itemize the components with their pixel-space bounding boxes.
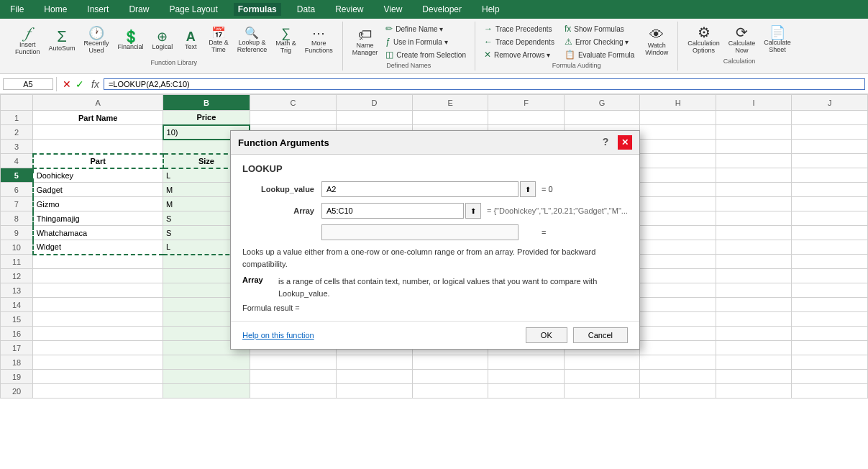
watch-window-button[interactable]: 👁 WatchWindow [641,23,672,60]
dialog-arg-input-array[interactable] [321,203,464,219]
cell-A4[interactable]: Part [33,154,163,168]
cancel-formula-icon[interactable]: ✕ [63,78,71,90]
cell-E1[interactable] [412,111,488,125]
cell-I7[interactable] [716,197,792,211]
remove-arrows-button[interactable]: ✕ Remove Arrows ▾ [481,49,557,60]
cell-A7[interactable]: Gizmo [33,197,163,211]
calculation-options-button[interactable]: ⚙ CalculationOptions [684,23,723,56]
cell-I10[interactable] [716,240,792,255]
menu-review[interactable]: Review [331,3,367,16]
cell-F1[interactable] [488,111,565,125]
cell-A6[interactable]: Gadget [33,183,163,197]
trace-dependents-button[interactable]: ← Trace Dependents [481,36,557,47]
more-functions-button[interactable]: ⋯ MoreFunctions [301,24,337,56]
menu-formulas[interactable]: Formulas [234,3,281,16]
col-header-C[interactable]: C [250,95,337,111]
menu-view[interactable]: View [380,3,407,16]
menu-home[interactable]: Home [40,3,71,16]
cell-G1[interactable] [564,111,640,125]
menu-draw[interactable]: Draw [124,3,153,16]
col-header-G[interactable]: G [564,95,640,111]
col-header-E[interactable]: E [412,95,488,111]
cell-A2[interactable] [33,125,163,140]
cell-H4[interactable] [640,154,716,168]
evaluate-formula-button[interactable]: 📋 Evaluate Formula [562,49,637,60]
menu-insert[interactable]: Insert [83,3,113,16]
cell-I1[interactable] [716,111,792,125]
lookup-reference-button[interactable]: 🔍 Lookup &Reference [234,25,271,55]
show-formulas-button[interactable]: fx Show Formulas [562,23,637,35]
menu-developer[interactable]: Developer [418,3,466,16]
col-header-F[interactable]: F [488,95,565,111]
define-name-button[interactable]: ✏ Define Name ▾ [383,23,469,35]
cell-H8[interactable] [640,211,716,226]
cell-A8[interactable]: Thingamajig [33,211,163,226]
menu-file[interactable]: File [6,3,28,16]
cell-H10[interactable] [640,240,716,255]
cell-J7[interactable] [792,197,868,211]
autosum-button[interactable]: Σ AutoSum [45,27,79,54]
cell-D1[interactable] [337,111,413,125]
dialog-cancel-button[interactable]: Cancel [573,327,628,343]
col-header-D[interactable]: D [337,95,413,111]
cell-H2[interactable] [640,125,716,140]
cell-A5[interactable]: Doohickey [33,168,163,183]
dialog-arg-input-empty[interactable] [321,224,518,240]
dialog-help-icon-btn[interactable]: ? [599,135,612,148]
cell-H1[interactable] [640,111,716,125]
col-header-J[interactable]: J [792,95,868,111]
menu-data[interactable]: Data [293,3,319,16]
cell-J5[interactable] [792,168,868,183]
cell-I3[interactable] [716,140,792,154]
cell-J6[interactable] [792,183,868,197]
cell-A9[interactable]: Whatchamaca [33,226,163,240]
cell-reference-box[interactable] [3,78,53,90]
menu-page-layout[interactable]: Page Layout [165,3,221,16]
trace-precedents-button[interactable]: → Trace Precedents [481,23,557,35]
cell-A3[interactable] [33,140,163,154]
logical-button[interactable]: ⊕ Logical [149,28,177,53]
cell-J8[interactable] [792,211,868,226]
cell-I9[interactable] [716,226,792,240]
col-header-I[interactable]: I [716,95,792,111]
cell-H7[interactable] [640,197,716,211]
financial-button[interactable]: 💲 Financial [114,28,147,53]
name-manager-button[interactable]: 🏷 NameManager [349,25,382,58]
cell-C1[interactable] [250,111,337,125]
cell-I6[interactable] [716,183,792,197]
menu-help[interactable]: Help [478,3,504,16]
formula-input[interactable] [104,78,865,90]
use-in-formula-button[interactable]: ƒ Use in Formula ▾ [383,36,469,47]
dialog-close-button[interactable]: ✕ [618,135,632,150]
cell-H6[interactable] [640,183,716,197]
error-checking-button[interactable]: ⚠ Error Checking ▾ [562,36,637,47]
cell-A1[interactable]: Part Name [33,111,163,125]
cell-H9[interactable] [640,226,716,240]
cell-I4[interactable] [716,154,792,168]
calculate-sheet-button[interactable]: 📄 CalculateSheet [760,24,795,55]
dialog-arg-input-lookup-value[interactable] [321,181,518,197]
cell-J10[interactable] [792,240,868,255]
calculate-now-button[interactable]: ⟳ CalculateNow [725,23,759,56]
dialog-ok-button[interactable]: OK [526,327,567,343]
cell-J4[interactable] [792,154,868,168]
col-header-B[interactable]: B [163,95,250,111]
insert-function-button[interactable]: 𝑓 InsertFunction [12,23,44,58]
cell-I5[interactable] [716,168,792,183]
cell-J1[interactable] [792,111,868,125]
text-button[interactable]: A Text [178,28,204,53]
cell-J3[interactable] [792,140,868,154]
dialog-help-link[interactable]: Help on this function [242,331,314,340]
cell-H3[interactable] [640,140,716,154]
date-time-button[interactable]: 📅 Date &Time [205,25,232,55]
cell-A10[interactable]: Widget [33,240,163,255]
dialog-arg-expand-array[interactable]: ⬆ [465,203,481,219]
cell-I2[interactable] [716,125,792,140]
cell-B1[interactable]: Price [163,111,250,125]
cell-J2[interactable] [792,125,868,140]
col-header-A[interactable]: A [33,95,163,111]
math-trig-button[interactable]: ∑ Math &Trig [272,24,300,56]
cell-H5[interactable] [640,168,716,183]
cell-I8[interactable] [716,211,792,226]
create-from-selection-button[interactable]: ◫ Create from Selection [383,49,469,60]
